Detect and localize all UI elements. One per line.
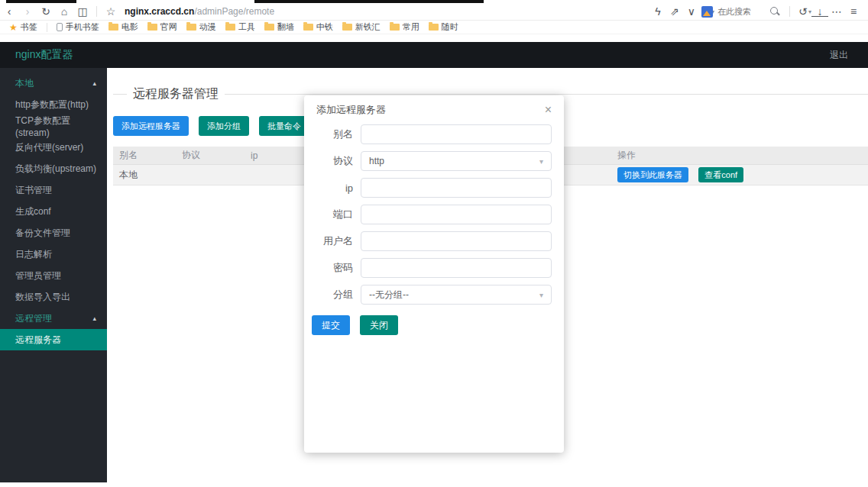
close-button[interactable]: 关闭 (360, 315, 398, 335)
address-bar[interactable]: nginx.craccd.cn/adminPage/remote (125, 6, 274, 17)
back-icon[interactable]: ‹ (0, 5, 18, 18)
sidebar-item-data-import-export[interactable]: 数据导入导出 (0, 286, 107, 308)
bookmarks-bar: ★书签 手机书签 电影 官网 动漫 工具 翻墙 中铁 新铁汇 常用 随时 (0, 21, 868, 34)
sidebar-item-load-balance[interactable]: 负载均衡(upstream) (0, 158, 107, 179)
bookmarks-root[interactable]: ★书签 (9, 21, 37, 33)
field-ip: ip (304, 178, 552, 198)
url-host: nginx.craccd.cn (125, 6, 194, 17)
cell-actions: 切换到此服务器 查看conf (617, 167, 868, 182)
folder-icon (342, 24, 352, 31)
sidebar-item-admin-manage[interactable]: 管理员管理 (0, 265, 107, 286)
submit-button[interactable]: 提交 (312, 315, 350, 335)
bookmark-star-icon[interactable]: ☆ (102, 5, 120, 18)
password-input[interactable] (361, 258, 552, 278)
batch-command-button[interactable]: 批量命令 (259, 116, 309, 136)
bookmark-label: 动漫 (199, 21, 216, 33)
browser-navbar: ‹ › ↻ ⌂ ◫ ☆ nginx.craccd.cn/adminPage/re… (0, 3, 868, 21)
field-label: 协议 (304, 154, 361, 168)
col-header-protocol: 协议 (182, 149, 251, 162)
folder-icon (264, 24, 274, 31)
sidebar-item-remote-server[interactable]: 远程服务器 (0, 329, 107, 350)
protocol-select[interactable]: http▾ (361, 151, 552, 171)
folder-icon (225, 24, 235, 31)
star-icon: ★ (9, 22, 18, 33)
ip-input[interactable] (361, 178, 552, 198)
bookmark-label: 手机书签 (66, 21, 99, 33)
field-port: 端口 (304, 205, 552, 224)
bookmark-folder[interactable]: 工具 (225, 21, 255, 33)
modal-footer: 提交 关闭 (312, 315, 564, 335)
bookmark-label: 工具 (238, 21, 255, 33)
group-select[interactable]: --无分组--▾ (361, 285, 552, 305)
username-input[interactable] (361, 231, 552, 251)
folder-icon (303, 24, 313, 31)
switch-to-server-button[interactable]: 切换到此服务器 (617, 167, 688, 182)
more-icon[interactable]: ⋯ (828, 5, 845, 18)
alias-input[interactable] (361, 124, 552, 144)
bookmark-folder[interactable]: 中铁 (303, 21, 333, 33)
port-input[interactable] (361, 205, 552, 224)
close-icon[interactable]: × (545, 104, 552, 116)
divider (96, 6, 97, 17)
toolbar-search-input[interactable]: 在此搜索 (717, 6, 763, 18)
field-group: 分组 --无分组--▾ (304, 285, 552, 305)
field-username: 用户名 (304, 231, 552, 251)
reading-list-icon[interactable]: ◫ (73, 5, 92, 18)
protocol-select-value: http (369, 156, 384, 166)
folder-icon (147, 24, 157, 31)
field-label: 密码 (304, 261, 361, 275)
sidebar-section-remote[interactable]: 远程管理▴ (0, 308, 107, 329)
bookmarks-root-label: 书签 (21, 21, 37, 33)
sidebar-item-generate-conf[interactable]: 生成conf (0, 201, 107, 222)
bookmark-label: 翻墙 (277, 21, 294, 33)
folder-icon (186, 24, 196, 31)
share-icon[interactable]: ⇗ (666, 5, 683, 18)
bookmark-folder[interactable]: 电影 (108, 21, 138, 33)
field-label: 别名 (304, 127, 361, 141)
bookmark-folder[interactable]: 官网 (147, 21, 177, 33)
sidebar-section-label: 本地 (15, 77, 34, 90)
bookmark-folder[interactable]: 随时 (429, 21, 458, 33)
sidebar-section-local[interactable]: 本地▴ (0, 73, 107, 94)
field-password: 密码 (304, 258, 552, 278)
add-remote-server-modal: 添加远程服务器 × 别名 协议 http▾ ip 端口 用户名 密码 分组 --… (304, 95, 564, 453)
forward-icon[interactable]: › (18, 5, 37, 18)
bookmark-folder[interactable]: 翻墙 (264, 21, 294, 33)
bookmark-mobile[interactable]: 手机书签 (57, 21, 99, 33)
sidebar-item-backup-files[interactable]: 备份文件管理 (0, 222, 107, 244)
collapse-arrow-icon: ▴ (92, 314, 96, 322)
sidebar-item-log-parse[interactable]: 日志解析 (0, 244, 107, 265)
modal-title: 添加远程服务器 (316, 103, 386, 117)
divider (789, 6, 790, 17)
sidebar: 本地▴ http参数配置(http) TCP参数配置(stream) 反向代理(… (0, 68, 107, 482)
view-conf-button[interactable]: 查看conf (698, 167, 743, 182)
sidebar-item-http-config[interactable]: http参数配置(http) (0, 94, 107, 115)
dropdown-arrow-icon: ▾ (539, 157, 543, 166)
field-label: 端口 (304, 208, 361, 221)
search-engine-icon[interactable] (701, 6, 713, 18)
refresh-icon[interactable]: ↻ (37, 5, 55, 18)
bookmark-label: 官网 (160, 21, 177, 33)
sidebar-item-cert-manage[interactable]: 证书管理 (0, 179, 107, 201)
menu-icon[interactable]: ≡ (845, 5, 862, 18)
add-group-button[interactable]: 添加分组 (199, 116, 249, 136)
sidebar-item-tcp-config[interactable]: TCP参数配置(stream) (0, 115, 107, 137)
download-icon[interactable]: ↓ (811, 7, 828, 17)
lightning-icon[interactable]: ϟ (649, 5, 666, 18)
cell-alias: 本地 (113, 169, 182, 182)
chevron-down-icon[interactable]: ∨ (683, 5, 700, 18)
search-icon[interactable] (769, 6, 780, 17)
bookmark-folder[interactable]: 新铁汇 (342, 21, 381, 33)
field-alias: 别名 (304, 124, 552, 144)
bookmark-folder[interactable]: 常用 (390, 21, 419, 33)
folder-icon (429, 24, 439, 31)
field-protocol: 协议 http▾ (304, 151, 552, 171)
bookmark-label: 新铁汇 (355, 21, 381, 33)
logout-button[interactable]: 退出 (830, 49, 848, 62)
folder-icon (390, 24, 400, 31)
add-remote-server-button[interactable]: 添加远程服务器 (113, 116, 189, 136)
sidebar-item-reverse-proxy[interactable]: 反向代理(server) (0, 137, 107, 158)
home-icon[interactable]: ⌂ (55, 5, 73, 18)
bookmark-folder[interactable]: 动漫 (186, 21, 216, 33)
col-header-alias: 别名 (113, 149, 182, 162)
